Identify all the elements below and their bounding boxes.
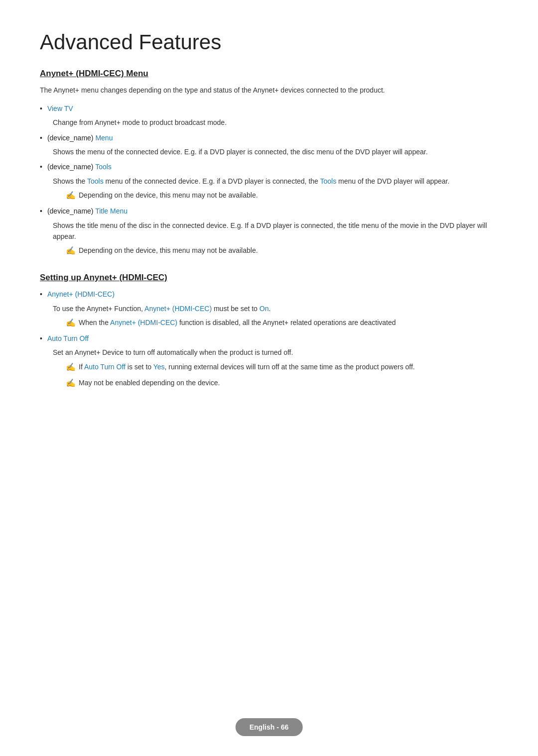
auto-turn-off-link[interactable]: Auto Turn Off [47, 334, 89, 342]
page-container: Advanced Features Anynet+ (HDMI-CEC) Men… [0, 0, 538, 443]
description-block: Shows the menu of the connected device. … [53, 146, 498, 157]
yes-link[interactable]: Yes [153, 363, 165, 371]
bullet-dot: • [40, 289, 42, 300]
page-footer: English - 66 [236, 718, 303, 736]
anynet-hdmi-cec-link[interactable]: Anynet+ (HDMI-CEC) [47, 290, 115, 298]
description-block: Change from Anynet+ mode to product broa… [53, 117, 498, 128]
note-block: ✍ May not be enabled depending on the de… [66, 377, 498, 389]
bullet-dot: • [40, 206, 42, 216]
auto-turn-off-inline-link[interactable]: Auto Turn Off [84, 363, 126, 371]
description-text: To use the Anynet+ Function, Anynet+ (HD… [53, 303, 498, 314]
description-block: To use the Anynet+ Function, Anynet+ (HD… [53, 303, 498, 329]
note-block: ✍ When the Anynet+ (HDMI-CEC) function i… [66, 317, 498, 329]
description-block: Shows the title menu of the disc in the … [53, 220, 498, 257]
list-item: • (device_name) Tools Shows the Tools me… [40, 161, 498, 202]
section2-list: • Anynet+ (HDMI-CEC) To use the Anynet+ … [40, 289, 498, 389]
description-text: Set an Anynet+ Device to turn off automa… [53, 347, 498, 358]
note-icon: ✍ [66, 317, 76, 329]
bullet-label: (device_name) Menu [47, 132, 113, 143]
tools-link-inline2[interactable]: Tools [320, 177, 336, 185]
note-text: Depending on the device, this menu may n… [79, 190, 258, 201]
page-title: Advanced Features [40, 30, 498, 55]
on-link[interactable]: On [260, 305, 269, 313]
list-item: • Anynet+ (HDMI-CEC) To use the Anynet+ … [40, 289, 498, 329]
bullet-label: Anynet+ (HDMI-CEC) [47, 289, 115, 300]
note-text: If Auto Turn Off is set to Yes, running … [79, 361, 415, 372]
anynet-inline-link[interactable]: Anynet+ (HDMI-CEC) [144, 305, 212, 313]
note-block: ✍ If Auto Turn Off is set to Yes, runnin… [66, 361, 498, 373]
list-item: • Auto Turn Off Set an Anynet+ Device to… [40, 333, 498, 389]
device-tools-link[interactable]: Tools [95, 163, 112, 171]
bullet-label: Auto Turn Off [47, 333, 89, 344]
description-text: Shows the title menu of the disc in the … [53, 220, 498, 242]
bullet-label: (device_name) Title Menu [47, 206, 128, 216]
section1-intro: The Anynet+ menu changes depending on th… [40, 85, 498, 96]
bullet-label: View TV [47, 103, 73, 114]
note-icon: ✍ [66, 361, 76, 373]
section1-heading: Anynet+ (HDMI-CEC) Menu [40, 69, 498, 79]
list-item: • (device_name) Title Menu Shows the tit… [40, 206, 498, 257]
device-titlemenu-link[interactable]: Title Menu [95, 207, 128, 215]
note-text: Depending on the device, this menu may n… [79, 245, 258, 256]
note-block: ✍ Depending on the device, this menu may… [66, 190, 498, 202]
note-block: ✍ Depending on the device, this menu may… [66, 245, 498, 257]
bullet-dot: • [40, 333, 42, 344]
anynet-note-link[interactable]: Anynet+ (HDMI-CEC) [110, 319, 177, 326]
bullet-label: (device_name) Tools [47, 161, 112, 172]
note-icon: ✍ [66, 245, 76, 257]
note-icon: ✍ [66, 190, 76, 202]
description-text: Shows the Tools menu of the connected de… [53, 176, 498, 187]
list-item: • View TV Change from Anynet+ mode to pr… [40, 103, 498, 128]
tools-link-inline[interactable]: Tools [87, 177, 104, 185]
note-icon: ✍ [66, 377, 76, 389]
note-text: May not be enabled depending on the devi… [79, 377, 220, 388]
bullet-dot: • [40, 161, 42, 172]
section2-heading: Setting up Anynet+ (HDMI-CEC) [40, 273, 498, 283]
device-menu-link[interactable]: Menu [95, 134, 113, 142]
description-text: Change from Anynet+ mode to product broa… [53, 117, 498, 128]
bullet-dot: • [40, 103, 42, 114]
description-text: Shows the menu of the connected device. … [53, 146, 498, 157]
description-block: Set an Anynet+ Device to turn off automa… [53, 347, 498, 389]
view-tv-link[interactable]: View TV [47, 105, 73, 112]
note-text: When the Anynet+ (HDMI-CEC) function is … [79, 317, 396, 328]
bullet-dot: • [40, 132, 42, 143]
description-block: Shows the Tools menu of the connected de… [53, 176, 498, 202]
list-item: • (device_name) Menu Shows the menu of t… [40, 132, 498, 158]
section1-list: • View TV Change from Anynet+ mode to pr… [40, 103, 498, 257]
